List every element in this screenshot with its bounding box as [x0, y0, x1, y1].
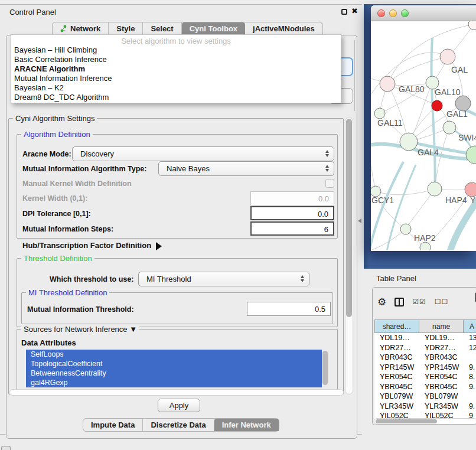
apply-button[interactable]: Apply [158, 399, 200, 412]
table-row[interactable]: YDR27…YDR27…12 [374, 343, 476, 353]
node-swi4[interactable] [466, 146, 476, 164]
settings-horizontal-scrollbar[interactable] [9, 389, 344, 396]
table-row[interactable]: YPR145WYPR145W9. [374, 363, 476, 373]
tab-jactivemnodules[interactable]: jActiveMNodules [245, 22, 322, 35]
manual-kernel-checkbox[interactable] [325, 179, 334, 188]
network-edge[interactable] [371, 144, 376, 191]
mi-steps-field[interactable]: 6 [250, 221, 334, 236]
node-bottom-partial[interactable] [420, 242, 431, 250]
algorithm-option[interactable]: ARACNE Algorithm [11, 64, 341, 74]
tab-impute-data[interactable]: Impute Data [83, 419, 143, 431]
table-cell: YDR27… [419, 343, 464, 353]
attribute-list-scrollbar[interactable] [322, 351, 328, 385]
node-gal11[interactable] [374, 108, 385, 119]
tab-cyni-toolbox[interactable]: Cyni Toolbox [182, 22, 245, 35]
expanded-arrow-icon: ▼ [129, 325, 137, 334]
tab-style[interactable]: Style [109, 22, 143, 35]
attribute-list-item-selected[interactable]: BetweennessCentrality [26, 369, 322, 378]
network-view[interactable]: GALGAL80GAL10GAL1GAL11SWI4GAL4GCY1HAP4YH… [371, 21, 476, 250]
network-node-label: HAP4 [445, 195, 467, 205]
which-threshold-select[interactable]: MI Threshold [138, 272, 309, 286]
kernel-width-field: 0.0 [250, 191, 334, 206]
network-node-label: HAP2 [414, 233, 436, 243]
columns-icon[interactable] [395, 298, 404, 306]
tab-label: Infer Network [222, 420, 271, 429]
table-cell: YBR045C [374, 382, 419, 392]
node-hap4[interactable] [428, 182, 442, 196]
threshold-definition-legend: Threshold Definition [21, 254, 94, 263]
node-gal80[interactable] [380, 76, 395, 92]
select-all-icon[interactable]: ☑☑ [412, 298, 426, 306]
hub-definition-toggle[interactable]: Hub/Transcription Factor Definition [22, 241, 162, 250]
node-gal1[interactable] [443, 121, 456, 134]
tab-label: Discretize Data [151, 420, 206, 429]
minimize-traffic-light[interactable] [389, 9, 397, 17]
mi-type-label: Mutual Information Algorithm Type: [22, 165, 146, 173]
dpi-tolerance-field[interactable]: 0.0 [250, 206, 334, 220]
tab-select[interactable]: Select [143, 22, 181, 35]
algorithm-option[interactable]: Basic Correlation Inference [11, 55, 341, 64]
network-node-label: GAL [451, 65, 468, 74]
close-traffic-light[interactable] [377, 9, 385, 17]
network-node-label: GAL10 [435, 87, 461, 97]
node-gal-right[interactable] [440, 49, 455, 64]
table-row[interactable]: YBL079WYBL079W [374, 392, 476, 402]
column-header[interactable]: A [464, 319, 476, 333]
algorithm-option[interactable]: Bayesian – Hill Climbing [11, 45, 341, 55]
table-cell: 13 [464, 333, 476, 343]
tab-infer-network[interactable]: Infer Network [214, 419, 279, 431]
mi-threshold-field[interactable]: 0.5 [247, 302, 331, 316]
algorithm-option[interactable]: Mutual Information Inference [11, 74, 341, 83]
mi-steps-label: Mutual Information Steps: [22, 225, 113, 233]
attribute-list-item-selected[interactable]: TopologicalCoefficient [26, 359, 322, 369]
which-threshold-label: Which threshold to use: [50, 275, 133, 283]
attribute-list-item-selected[interactable]: SelfLoops [26, 350, 322, 359]
network-node-label: SWI4 [458, 133, 476, 142]
node-red[interactable] [432, 100, 442, 111]
node-gal4[interactable] [400, 133, 418, 151]
table-cell: YLR345W [419, 402, 464, 412]
zoom-traffic-light[interactable] [401, 9, 409, 17]
column-header[interactable]: name [419, 319, 464, 333]
network-node-label: GAL1 [446, 109, 468, 119]
aracne-mode-select[interactable]: Discovery [72, 146, 334, 161]
table-panel: ⚙ ☑☑ ☐☐ shared…nameA YDL19…YDL19…13YDR27… [372, 287, 476, 425]
screen: Control Panel ✖ NetworkStyleSelectCyni T… [0, 0, 476, 450]
mi-type-value: Naive Bayes [167, 164, 210, 173]
node-partial-top[interactable] [468, 21, 476, 30]
network-edge-highlighted[interactable] [371, 162, 403, 249]
network-window-titlebar[interactable] [371, 5, 476, 21]
algorithm-option[interactable]: Bayesian – K2 [11, 83, 341, 93]
column-header[interactable]: shared… [374, 319, 419, 333]
aracne-mode-value: Discovery [80, 149, 114, 158]
node-hap2[interactable] [400, 224, 411, 234]
algorithm-option[interactable]: Dream8 DC_TDC Algorithm [11, 93, 341, 102]
float-window-icon[interactable] [341, 9, 347, 15]
bottom-left-partial-button[interactable] [1, 446, 11, 450]
mi-threshold-legend: MI Threshold Definition [26, 288, 109, 297]
mi-type-select[interactable]: Naive Bayes [158, 161, 334, 176]
close-icon[interactable]: ✖ [351, 6, 358, 15]
gear-icon[interactable]: ⚙ [377, 297, 386, 307]
table-row[interactable]: YBR043CYBR043C [374, 353, 476, 363]
table-row[interactable]: YDL19…YDL19…13 [374, 333, 476, 343]
settings-vertical-scrollbar[interactable] [345, 117, 353, 394]
algorithm-definition-legend: Algorithm Definition [21, 130, 93, 139]
table-row[interactable]: YLR345WYLR345W9. [374, 402, 476, 412]
deselect-all-icon[interactable]: ☐☐ [435, 298, 449, 306]
network-edge[interactable] [406, 189, 435, 229]
tab-discretize-data[interactable]: Discretize Data [143, 419, 214, 431]
table-cell: 9. [464, 402, 476, 412]
table-cell: YDR27… [374, 343, 419, 353]
attribute-list-item-selected[interactable]: gal4RGexp [26, 378, 322, 387]
combo-arrows-icon [325, 150, 329, 157]
sources-legend[interactable]: Sources for Network Inference ▼ [21, 325, 139, 334]
tab-network[interactable]: Network [53, 22, 109, 35]
table-row[interactable]: YER054CYER054C8. [374, 372, 476, 382]
table-horizontal-scrollbar[interactable] [374, 418, 476, 425]
network-edge[interactable] [387, 57, 448, 84]
node-pink-right[interactable] [465, 182, 476, 197]
panel-splitter-handle[interactable] [358, 219, 361, 223]
table-row[interactable]: YBR045CYBR045C9. [374, 382, 476, 392]
network-edge-highlighted[interactable] [386, 165, 416, 250]
